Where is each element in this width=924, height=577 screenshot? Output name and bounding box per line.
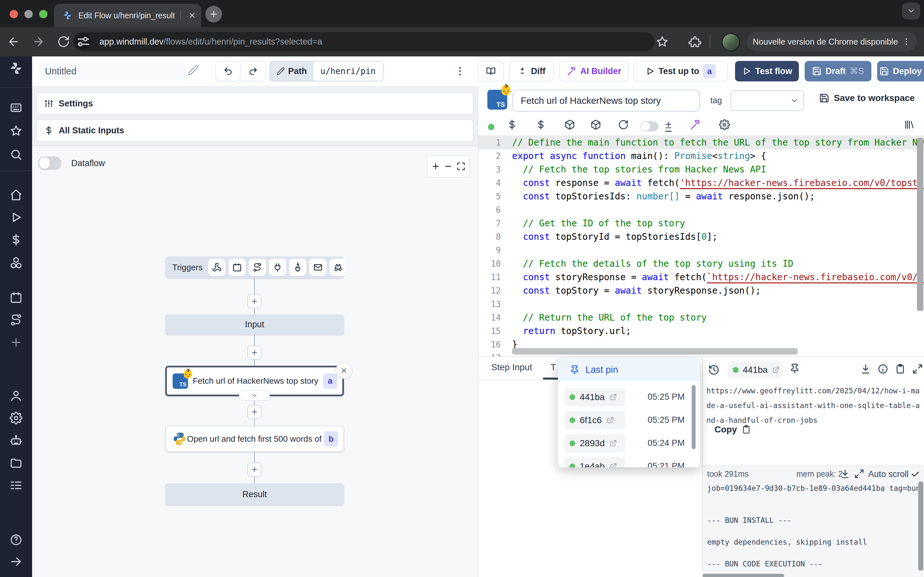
collapse-step-chevron[interactable] (239, 390, 270, 401)
ai-wand-icon[interactable] (690, 119, 701, 130)
external-link-icon[interactable] (609, 440, 617, 447)
tab-test-results[interactable]: T (551, 362, 556, 372)
test-up-to-button[interactable]: Test up to a (633, 61, 728, 81)
plus-icon[interactable] (0, 336, 32, 349)
variables-icon[interactable] (0, 234, 32, 246)
new-tab-button[interactable] (205, 6, 222, 23)
variables-icon[interactable] (507, 119, 517, 130)
save-to-workspace-button[interactable]: Save to workspace (819, 93, 915, 103)
extensions-puzzle-icon[interactable] (688, 35, 701, 48)
download-icon[interactable] (840, 469, 850, 479)
webhook-icon[interactable] (208, 259, 226, 276)
triggers-bar[interactable]: Triggers (165, 256, 344, 278)
fullscreen-icon[interactable] (912, 364, 923, 374)
copy-button[interactable]: Copy (714, 424, 751, 435)
editor-vertical-scrollbar[interactable] (917, 138, 923, 311)
back-button[interactable] (7, 35, 20, 48)
flow-canvas[interactable]: Dataflow Triggers Input TS 👶 (32, 145, 478, 577)
zoom-out-icon[interactable] (444, 162, 453, 171)
browser-tab[interactable]: Edit Flow u/henri/pin_results (54, 4, 201, 27)
result-node[interactable]: Result (165, 484, 344, 505)
flow-name-field[interactable]: Untitled (39, 62, 186, 80)
resources-icon[interactable] (0, 256, 32, 269)
diff-button[interactable]: Diff (509, 61, 554, 81)
routes-icon[interactable] (0, 314, 32, 326)
step-b-node[interactable]: Open url and fetch first 500 words of ..… (165, 426, 344, 452)
edit-name-pencil-icon[interactable] (188, 65, 199, 76)
browser-menu-kebab-icon[interactable] (902, 37, 911, 46)
all-static-inputs-row[interactable]: All Static Inputs (36, 119, 473, 142)
window-minimize-button[interactable] (24, 10, 33, 18)
forward-button[interactable] (32, 35, 45, 48)
workers-icon[interactable] (0, 434, 32, 447)
test-flow-button[interactable]: Test flow (735, 61, 799, 81)
check-icon[interactable] (911, 469, 920, 479)
tag-select[interactable] (730, 90, 804, 111)
library-icon[interactable] (903, 119, 914, 130)
add-step-button[interactable] (247, 405, 262, 419)
folders-icon[interactable] (0, 456, 32, 469)
last-pin-option[interactable]: Last pin (558, 358, 700, 381)
more-options-kebab-icon[interactable] (454, 65, 466, 77)
window-close-button[interactable] (10, 10, 18, 18)
run-id-badge[interactable]: 441ba (564, 388, 625, 406)
add-step-button[interactable] (247, 294, 262, 308)
pin-history-item[interactable]: 441ba05:25 PM (564, 388, 694, 408)
apps-icon[interactable] (0, 101, 32, 114)
docs-button[interactable] (478, 61, 504, 81)
user-icon[interactable] (0, 389, 32, 402)
site-info-icon[interactable] (76, 34, 91, 49)
draft-button[interactable]: Draft⌘S (804, 61, 871, 81)
fullscreen-icon[interactable] (854, 469, 864, 479)
clipboard-icon[interactable] (895, 364, 906, 374)
input-node[interactable]: Input (165, 314, 344, 335)
runs-icon[interactable] (0, 211, 32, 224)
window-zoom-button[interactable] (39, 10, 47, 18)
bookmark-star-icon[interactable] (656, 35, 669, 48)
deploy-button[interactable]: Deploy (877, 61, 924, 81)
download-icon[interactable] (860, 364, 871, 374)
pin-icon[interactable] (789, 363, 800, 374)
diff-toggle[interactable] (640, 121, 658, 131)
plug-icon[interactable] (269, 259, 286, 276)
external-link-icon[interactable] (606, 416, 614, 424)
remove-step-button[interactable] (336, 362, 352, 379)
tab-search-button[interactable] (902, 3, 920, 19)
info-icon[interactable] (877, 364, 888, 374)
chrome-update-button[interactable]: Nouvelle version de Chrome disponible (746, 32, 917, 51)
logs-vertical-scrollbar[interactable] (918, 482, 923, 571)
help-icon[interactable] (0, 533, 32, 546)
reload-icon[interactable] (618, 119, 629, 130)
pin-history-item[interactable]: 1e4ab05:21 PM (564, 458, 694, 467)
ai-builder-button[interactable]: AI Builder (559, 61, 629, 81)
add-step-button[interactable] (247, 463, 262, 477)
external-link-icon[interactable] (609, 463, 617, 467)
run-id-badge[interactable]: 1e4ab (564, 458, 625, 467)
watch-icon[interactable] (330, 259, 347, 276)
route-icon[interactable] (249, 259, 266, 276)
dataflow-toggle[interactable] (38, 156, 61, 170)
plus-minus-icon[interactable]: ± (666, 118, 672, 132)
settings-icon[interactable] (0, 412, 32, 424)
package-icon[interactable] (564, 119, 575, 130)
path-chip[interactable]: Path u/henri/pin (270, 61, 383, 81)
history-icon[interactable] (708, 364, 720, 376)
run-id-badge[interactable]: 441ba (728, 362, 782, 378)
zoom-in-icon[interactable] (431, 162, 440, 171)
tab-close-icon[interactable] (188, 11, 196, 19)
step-title-input[interactable]: Fetch url of HackerNews top story (512, 90, 700, 111)
plug-zap-icon[interactable] (289, 259, 306, 276)
reload-button[interactable] (57, 35, 70, 48)
dropdown-scrollbar[interactable] (692, 385, 696, 449)
package-add-icon[interactable] (590, 119, 601, 130)
run-id-badge[interactable]: 2893d (564, 434, 625, 452)
schedule-icon[interactable] (228, 259, 246, 276)
editor-settings-icon[interactable] (719, 119, 730, 130)
schedules-icon[interactable] (0, 291, 32, 304)
pin-history-item[interactable]: 2893d05:24 PM (564, 434, 694, 454)
logs-icon[interactable] (0, 479, 32, 492)
profile-avatar[interactable] (722, 33, 740, 51)
add-step-button[interactable] (247, 346, 262, 359)
tab-step-input[interactable]: Step Input (491, 362, 532, 372)
settings-row[interactable]: Settings (36, 92, 473, 115)
